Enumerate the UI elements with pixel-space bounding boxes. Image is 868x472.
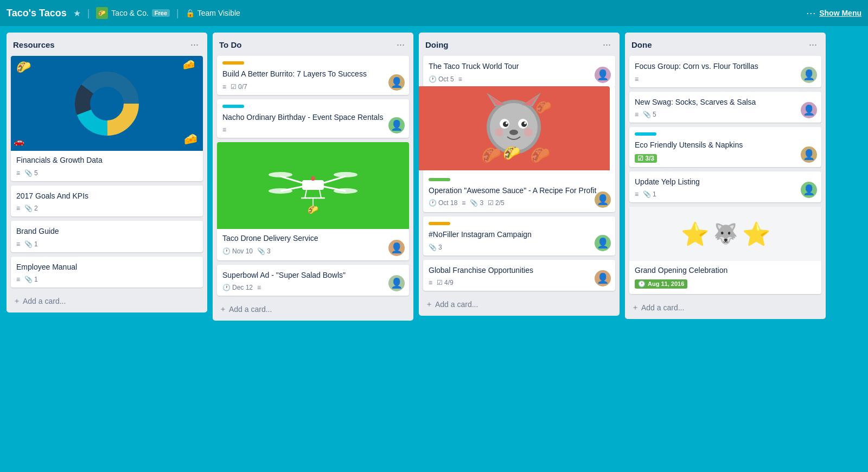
card-awesome-sauce[interactable]: 🌮 🌮 🌮 bbox=[423, 86, 615, 213]
nofiller-avatar: 👤 bbox=[595, 235, 611, 251]
column-cards-done: Focus Group: Corn vs. Flour Tortillas ≡ … bbox=[625, 56, 826, 298]
card-taco-truck[interactable]: The Taco Truck World Tour 🕐 Oct 5 ≡ 👤 bbox=[423, 56, 615, 87]
clock-icon: 🕐 bbox=[429, 75, 437, 83]
nacho-title: Nacho Ordinary Birthday - Event Space Re… bbox=[222, 112, 404, 123]
svg-point-35 bbox=[509, 130, 518, 135]
paperclip-icon: 📎 bbox=[24, 276, 33, 283]
card-employee[interactable]: Employee Manual ≡ 📎 1 bbox=[11, 257, 203, 288]
awesome-sauce-meta: 🕐 Oct 18 ≡ 📎 3 ☑ 2/5 bbox=[429, 199, 610, 207]
swag-title: New Swag: Socks, Scarves & Salsa bbox=[635, 97, 816, 108]
workspace-icon: 🌮 bbox=[96, 7, 108, 19]
wolf-mascot: 🐺 bbox=[713, 222, 738, 245]
svg-point-37 bbox=[495, 128, 503, 137]
superbowl-avatar: 👤 bbox=[388, 275, 405, 291]
free-badge: Free bbox=[152, 9, 170, 17]
nofiller-meta: 📎 3 bbox=[429, 244, 610, 251]
nofiller-title: #NoFiller Instagram Campaign bbox=[429, 229, 610, 240]
board: Resources ··· 🌮 🧀 � bbox=[0, 26, 868, 472]
financials-desc-icon: ≡ bbox=[16, 169, 20, 177]
card-goals[interactable]: 2017 Goals And KPIs ≡ 📎 2 bbox=[11, 186, 203, 217]
franchise-desc-icon: ≡ bbox=[429, 279, 432, 286]
eco-meta: ☑ 3/3 bbox=[635, 154, 816, 163]
drone-meta: 🕐 Nov 10 📎 3 bbox=[222, 247, 404, 255]
wolf-image: 🌮 🌮 🌮 bbox=[419, 86, 610, 170]
drone-svg: 🌮 bbox=[259, 156, 367, 215]
card-swag[interactable]: New Swag: Socks, Scarves & Salsa ≡ 📎 5 👤 bbox=[629, 92, 821, 123]
awesome-sauce-checklist: ☑ 2/5 bbox=[488, 199, 505, 207]
superbowl-date: 🕐 Dec 12 bbox=[222, 284, 253, 291]
checklist-icon: ☑ bbox=[231, 83, 237, 91]
eco-title: Eco Friendly Utensils & Napkins bbox=[635, 140, 816, 151]
burrito-checklist: ☑ 0/7 bbox=[231, 83, 247, 91]
add-card-done[interactable]: ＋ Add a card... bbox=[625, 298, 826, 317]
awesome-sauce-attachments: 📎 3 bbox=[470, 199, 483, 207]
superbowl-desc-icon: ≡ bbox=[257, 284, 261, 291]
grand-stars-image: ⭐ 🐺 ⭐ bbox=[629, 207, 821, 261]
column-title-todo: To Do bbox=[219, 40, 241, 49]
add-card-todo[interactable]: ＋ Add a card... bbox=[213, 300, 413, 318]
card-nofiller[interactable]: #NoFiller Instagram Campaign 📎 3 👤 bbox=[423, 216, 615, 256]
nacho-avatar: 👤 bbox=[388, 117, 405, 133]
card-financials[interactable]: 🌮 🧀 🚗 🧀 Financials & Growth Data ≡ 📎 5 bbox=[11, 56, 203, 181]
show-menu-button[interactable]: Show Menu bbox=[819, 9, 861, 17]
card-focus[interactable]: Focus Group: Corn vs. Flour Tortillas ≡ … bbox=[629, 56, 821, 87]
column-menu-doing[interactable]: ··· bbox=[601, 38, 613, 52]
financials-image: 🌮 🧀 🚗 🧀 bbox=[11, 56, 203, 151]
star-icon[interactable]: ★ bbox=[73, 8, 81, 18]
franchise-checklist: ☑ 4/9 bbox=[437, 279, 454, 286]
card-nacho[interactable]: Nacho Ordinary Birthday - Event Space Re… bbox=[217, 99, 409, 138]
column-menu-done[interactable]: ··· bbox=[807, 38, 819, 52]
card-drone[interactable]: 🌮 Taco Drone Delivery Service 🕐 Nov 10 📎… bbox=[217, 142, 409, 260]
column-menu-todo[interactable]: ··· bbox=[394, 38, 407, 52]
clock-circle-icon: 🕐 bbox=[638, 280, 646, 288]
card-grand[interactable]: ⭐ 🐺 ⭐ Grand Opening Celebration 🕐 Aug 11… bbox=[629, 207, 821, 294]
taco-decor-4: 🧀 bbox=[184, 132, 197, 145]
svg-point-13 bbox=[334, 188, 358, 194]
drone-title: Taco Drone Delivery Service bbox=[222, 233, 404, 244]
paperclip-icon: 📎 bbox=[24, 169, 33, 177]
card-burrito[interactable]: Build A Better Burrito: 7 Layers To Succ… bbox=[217, 56, 409, 95]
svg-point-32 bbox=[521, 122, 527, 127]
brand-title: Brand Guide bbox=[16, 226, 197, 237]
superbowl-title: Superbowl Ad - "Super Salad Bowls" bbox=[222, 270, 404, 281]
column-title-doing: Doing bbox=[425, 40, 449, 49]
checklist-icon: ☑ bbox=[637, 155, 645, 162]
card-eco[interactable]: Eco Friendly Utensils & Napkins ☑ 3/3 👤 bbox=[629, 127, 821, 167]
card-franchise[interactable]: Global Franchise Opportunities ≡ ☑ 4/9 👤 bbox=[423, 260, 615, 291]
financials-attachments: 📎 5 bbox=[24, 169, 38, 177]
card-yelp[interactable]: Update Yelp Listing ≡ 📎 1 👤 bbox=[629, 171, 821, 203]
franchise-avatar: 👤 bbox=[595, 270, 611, 286]
awesome-sauce-date: 🕐 Oct 18 bbox=[429, 199, 457, 207]
svg-point-24 bbox=[490, 103, 538, 151]
taco-truck-desc-icon: ≡ bbox=[458, 75, 462, 83]
show-menu-label: Show Menu bbox=[819, 9, 861, 17]
visibility-label: Team Visible bbox=[197, 9, 240, 17]
paperclip-icon: 📎 bbox=[257, 247, 265, 255]
paperclip-icon: 📎 bbox=[24, 205, 33, 212]
focus-avatar: 👤 bbox=[801, 67, 817, 83]
add-card-resources[interactable]: ＋ Add a card... bbox=[7, 292, 207, 310]
card-superbowl[interactable]: Superbowl Ad - "Super Salad Bowls" 🕐 Dec… bbox=[217, 265, 409, 296]
svg-point-12 bbox=[269, 188, 292, 194]
column-menu-resources[interactable]: ··· bbox=[188, 38, 201, 52]
add-card-doing[interactable]: ＋ Add a card... bbox=[419, 295, 620, 314]
nofiller-label bbox=[429, 222, 450, 225]
paperclip-icon: 📎 bbox=[643, 111, 651, 118]
eco-avatar: 👤 bbox=[801, 146, 817, 163]
plus-icon: ＋ bbox=[631, 303, 639, 312]
svg-point-33 bbox=[506, 122, 508, 124]
paperclip-icon: 📎 bbox=[429, 244, 437, 251]
awesome-sauce-label bbox=[429, 178, 450, 181]
swag-meta: ≡ 📎 5 bbox=[635, 111, 816, 118]
star-1: ⭐ bbox=[681, 221, 709, 247]
focus-title: Focus Group: Corn vs. Flour Tortillas bbox=[635, 61, 816, 72]
brand-desc-icon: ≡ bbox=[16, 240, 20, 248]
card-brand[interactable]: Brand Guide ≡ 📎 1 bbox=[11, 221, 203, 252]
svg-point-4 bbox=[91, 87, 123, 120]
yelp-title: Update Yelp Listing bbox=[635, 177, 816, 188]
column-header-todo: To Do ··· bbox=[213, 33, 413, 56]
brand-attachments: 📎 1 bbox=[24, 240, 38, 248]
donut-chart-svg bbox=[74, 71, 139, 136]
taco-decor-3: 🚗 bbox=[14, 136, 24, 146]
eco-label bbox=[635, 132, 656, 136]
